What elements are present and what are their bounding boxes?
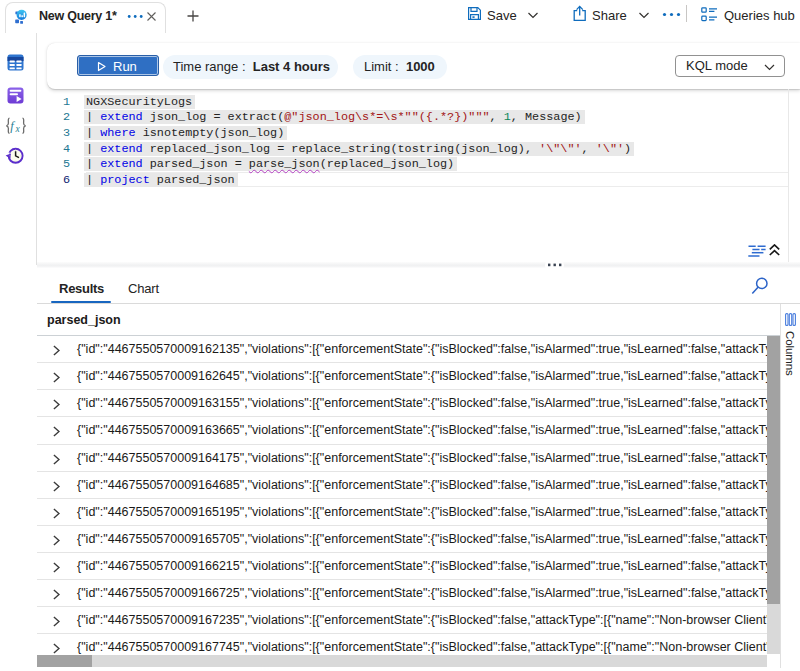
svg-text:x: x	[15, 124, 21, 134]
svg-text:f: f	[10, 119, 15, 133]
